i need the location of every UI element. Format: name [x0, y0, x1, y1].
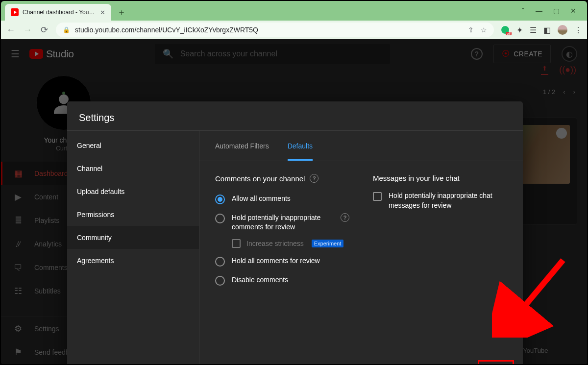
reading-list-icon[interactable]: ☰ [530, 25, 537, 35]
bookmark-star-icon[interactable]: ☆ [481, 26, 487, 34]
checkbox-increase-strictness[interactable]: Increase strictness Experiment [232, 238, 349, 250]
minimize-icon[interactable]: — [536, 7, 542, 15]
youtube-favicon [11, 8, 19, 16]
save-button[interactable]: SAVE [484, 363, 508, 364]
browser-tab[interactable]: Channel dashboard - YouTube St ✕ [5, 4, 111, 21]
extension-icons: ✦ ☰ ◧ ⋮ [501, 25, 582, 35]
modal-sidebar: General Channel Upload defaults Permissi… [67, 131, 199, 364]
extensions-icon[interactable]: ✦ [516, 25, 523, 35]
comments-column: Comments on your channel ? Allow all com… [215, 174, 349, 342]
settings-tab-upload-defaults[interactable]: Upload defaults [67, 180, 199, 203]
settings-tab-channel[interactable]: Channel [67, 157, 199, 180]
chevron-down-icon[interactable]: ˅ [521, 7, 525, 15]
settings-modal: Settings General Channel Upload defaults… [67, 101, 523, 364]
maximize-icon[interactable]: ▢ [553, 7, 560, 15]
kebab-menu-icon[interactable]: ⋮ [574, 25, 582, 35]
comments-heading: Comments on your channel [215, 174, 305, 183]
radio-hold-inappropriate[interactable]: Hold potentially inappropriate comments … [215, 211, 349, 234]
reload-icon[interactable]: ⟳ [39, 24, 49, 35]
livechat-heading: Messages in your live chat [373, 174, 460, 182]
modal-header: Settings [67, 101, 523, 130]
extension-adblock-icon[interactable] [501, 25, 510, 34]
back-icon[interactable]: ← [6, 25, 16, 35]
forward-icon[interactable]: → [23, 25, 32, 35]
modal-title: Settings [79, 112, 511, 123]
settings-tab-permissions[interactable]: Permissions [67, 203, 199, 226]
community-subtabs: Automated Filters Defaults [199, 131, 523, 161]
settings-tab-agreements[interactable]: Agreements [67, 249, 199, 272]
checkbox-hold-chat-inappropriate[interactable]: Hold potentially inappropriate chat mess… [373, 191, 507, 210]
help-hint-icon[interactable]: ? [310, 174, 318, 183]
profile-avatar-icon[interactable] [558, 25, 567, 35]
share-icon[interactable]: ⇪ [468, 26, 474, 34]
side-panel-icon[interactable]: ◧ [543, 25, 551, 35]
modal-footer: CANCEL SAVE [199, 355, 523, 364]
cancel-button[interactable]: CANCEL [434, 361, 474, 364]
browser-tabbar: Channel dashboard - YouTube St ✕ ＋ ˅ — ▢… [1, 1, 587, 21]
youtube-studio-app: ☰ Studio 🔍 Search across your channel ? … [1, 39, 587, 364]
browser-toolbar: ← → ⟳ 🔒 studio.youtube.com/channel/UCvY_… [1, 21, 587, 39]
radio-disable[interactable]: Disable comments [215, 273, 349, 288]
radio-icon [215, 257, 225, 267]
save-highlight-box: SAVE [478, 360, 514, 364]
experiment-badge: Experiment [312, 240, 344, 247]
radio-hold-all[interactable]: Hold all comments for review [215, 254, 349, 269]
radio-allow-all[interactable]: Allow all comments [215, 192, 349, 207]
checkbox-icon [232, 239, 241, 248]
new-tab-button[interactable]: ＋ [114, 5, 129, 20]
livechat-column: Messages in your live chat Hold potentia… [373, 174, 507, 342]
radio-icon [215, 214, 225, 223]
window-controls: ˅ — ▢ ✕ [521, 1, 587, 21]
help-hint-icon[interactable]: ? [341, 213, 349, 222]
settings-tab-general[interactable]: General [67, 134, 199, 157]
checkbox-icon [373, 192, 382, 201]
settings-tab-community[interactable]: Community [67, 226, 199, 249]
close-tab-icon[interactable]: ✕ [100, 9, 105, 16]
lock-icon: 🔒 [63, 26, 70, 33]
subtab-automated-filters[interactable]: Automated Filters [215, 131, 269, 161]
radio-icon [215, 195, 225, 204]
url-text: studio.youtube.com/channel/UCvY_iICkXoZY… [75, 26, 258, 34]
close-window-icon[interactable]: ✕ [570, 7, 576, 15]
tab-title: Channel dashboard - YouTube St [23, 9, 96, 16]
radio-icon [215, 276, 225, 286]
subtab-defaults[interactable]: Defaults [288, 131, 313, 161]
browser-window: Channel dashboard - YouTube St ✕ ＋ ˅ — ▢… [1, 1, 587, 364]
address-bar[interactable]: 🔒 studio.youtube.com/channel/UCvY_iICkXo… [56, 23, 494, 37]
